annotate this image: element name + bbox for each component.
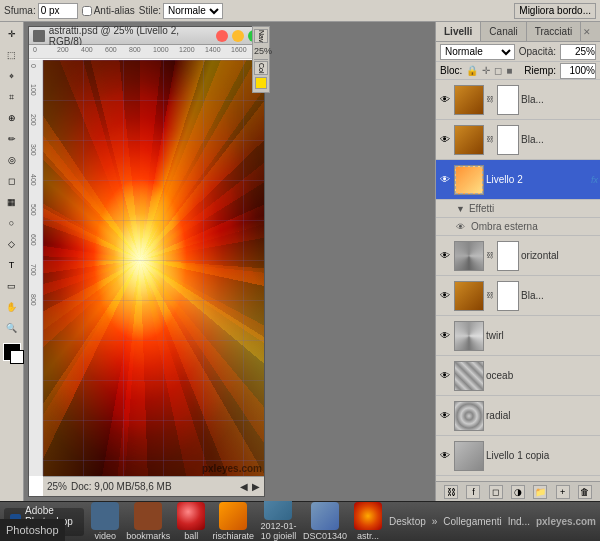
layer-style-button[interactable]: f [466, 485, 480, 499]
layer-info: Bla... [521, 290, 598, 301]
layer-item[interactable]: 👁 radial [436, 396, 600, 436]
anti-alias-group: Anti-alias [82, 5, 135, 16]
layer-name: Bla... [521, 290, 598, 301]
col-button[interactable]: Col [254, 61, 268, 75]
layer-thumbnail [454, 241, 484, 271]
desktop-label[interactable]: Desktop [389, 516, 426, 527]
divider [254, 59, 268, 60]
layer-item[interactable]: 👁 oceab [436, 356, 600, 396]
anti-alias-checkbox[interactable] [82, 6, 92, 16]
layer-link-button[interactable]: ⛓ [444, 485, 458, 499]
layer-info: Livello 1 copia [486, 450, 598, 461]
layer-name: radial [486, 410, 598, 421]
layer-item[interactable]: 👁 ⛓ Bla... [436, 80, 600, 120]
sfuma-input[interactable] [38, 3, 78, 19]
layer-name: orizontal [521, 250, 598, 261]
panel-close-button[interactable]: ✕ [583, 27, 591, 37]
eraser-tool[interactable]: ◻ [2, 171, 22, 191]
layer-info: oceab [486, 370, 598, 381]
gioiell-label: 2012-01-10 gioiell 004 [260, 521, 297, 541]
shape-tool[interactable]: ▭ [2, 276, 22, 296]
layer-info: twirl [486, 330, 598, 341]
clone-tool[interactable]: ◎ [2, 150, 22, 170]
layer-item[interactable]: 👁 ⛓ Bla... [436, 276, 600, 316]
layer-thumbnail [454, 125, 484, 155]
layer-visibility-eye[interactable]: 👁 [438, 133, 452, 147]
gradient-tool[interactable]: ▦ [2, 192, 22, 212]
layer-item[interactable]: 👁 ⛓ orizontal [436, 236, 600, 276]
eye-effect[interactable]: 👁 [456, 222, 465, 232]
stile-select[interactable]: Normale [163, 3, 223, 19]
layers-list: 👁 ⛓ Bla... 👁 ⛓ Bla... [436, 80, 600, 481]
opacity-input[interactable] [560, 44, 596, 60]
layer-visibility-eye[interactable]: 👁 [438, 93, 452, 107]
layer-delete-button[interactable]: 🗑 [578, 485, 592, 499]
layer-visibility-eye[interactable]: 👁 [438, 173, 452, 187]
tab-canali[interactable]: Canali [481, 22, 526, 41]
layer-item[interactable]: 👁 twirl [436, 316, 600, 356]
layer-adjustment-button[interactable]: ◑ [511, 485, 525, 499]
hand-tool[interactable]: ✋ [2, 297, 22, 317]
layer-new-button[interactable]: + [556, 485, 570, 499]
left-tools-panel: ✛ ⬚ ⌖ ⌗ ⊕ ✏ ◎ ◻ ▦ ○ ◇ T ▭ ✋ 🔍 [0, 22, 24, 501]
move-tool[interactable]: ✛ [2, 24, 22, 44]
fill-input[interactable] [560, 63, 596, 79]
nav-button[interactable]: Nav [254, 29, 268, 43]
zoom-tool[interactable]: 🔍 [2, 318, 22, 338]
layer-visibility-eye[interactable]: 👁 [438, 329, 452, 343]
layer-name: Livello 1 copia [486, 450, 598, 461]
blend-mode-select[interactable]: Normale [440, 44, 515, 60]
lock-fill-row: Bloc: 🔒 ✛ ◻ ■ Riemp: [436, 62, 600, 80]
layer-visibility-eye[interactable]: 👁 [438, 289, 452, 303]
canvas-doc-info: Doc: 9,00 MB/58,6 MB [71, 481, 172, 492]
eyedrop-tool[interactable]: ⊕ [2, 108, 22, 128]
layer-item[interactable]: 👁 Livello 1 copia [436, 436, 600, 476]
taskbar-item-bookmarks[interactable]: bookmarks [126, 502, 170, 541]
dodge-tool[interactable]: ○ [2, 213, 22, 233]
canvas-statusbar: 25% Doc: 9,00 MB/58,6 MB ◀ ▶ [43, 476, 264, 496]
taskbar-item-video[interactable]: video [90, 502, 120, 541]
layer-visibility-eye[interactable]: 👁 [438, 369, 452, 383]
canvas-titlebar: astratti.psd @ 25% (Livello 2, RGB/8) [29, 27, 264, 45]
taskbar: Ps Adobe Photoshop C... video bookmarks … [0, 501, 600, 541]
canvas-content[interactable]: pxleyes.com [43, 60, 264, 476]
brush-tool[interactable]: ✏ [2, 129, 22, 149]
canvas-close-button[interactable] [216, 30, 228, 42]
main-area: ✛ ⬚ ⌖ ⌗ ⊕ ✏ ◎ ◻ ▦ ○ ◇ T ▭ ✋ 🔍 astratti.p… [0, 22, 600, 501]
collegamenti-label[interactable]: Collegamenti [443, 516, 501, 527]
ball-label: ball [184, 531, 198, 541]
taskbar-item-ball[interactable]: ball [176, 502, 206, 541]
taskbar-item-astr[interactable]: astr... [353, 502, 383, 541]
pen-tool[interactable]: ◇ [2, 234, 22, 254]
layer-chain-icon: ⛓ [486, 135, 494, 144]
taskbar-item-rischiarate[interactable]: rischiarate [212, 502, 254, 541]
tab-tracciati[interactable]: Tracciati [527, 22, 581, 41]
tab-livelli[interactable]: Livelli [436, 22, 481, 41]
layer-visibility-eye[interactable]: 👁 [438, 449, 452, 463]
color-swatch[interactable] [255, 77, 267, 89]
layer-visibility-eye[interactable]: 👁 [438, 409, 452, 423]
text-tool[interactable]: T [2, 255, 22, 275]
layer-item[interactable]: 👁 ⛓ Bla... [436, 120, 600, 160]
canvas-min-button[interactable] [232, 30, 244, 42]
taskbar-item-dsc[interactable]: DSC01340 [303, 502, 347, 541]
layer-mask-button[interactable]: ◻ [489, 485, 503, 499]
layer-item-active[interactable]: 👁 Livello 2 fx [436, 160, 600, 200]
anti-alias-label: Anti-alias [94, 5, 135, 16]
rischiarate-icon [219, 502, 247, 530]
shadow-label: Ombra esterna [471, 221, 538, 232]
migliora-bordo-button[interactable]: Migliora bordo... [514, 3, 596, 19]
stile-label: Stile: [139, 5, 161, 16]
layer-fx-badge: fx [591, 175, 598, 185]
ind-label[interactable]: Ind... [508, 516, 530, 527]
layer-visibility-eye[interactable]: 👁 [438, 249, 452, 263]
foreground-color[interactable] [3, 343, 21, 361]
nav-zoom: 25% [254, 44, 268, 58]
select-tool[interactable]: ⬚ [2, 45, 22, 65]
layer-thumbnail [454, 85, 484, 115]
blend-opacity-row: Normale Opacità: [436, 42, 600, 62]
layer-group-button[interactable]: 📁 [533, 485, 547, 499]
background-color[interactable] [10, 350, 24, 364]
crop-tool[interactable]: ⌗ [2, 87, 22, 107]
lasso-tool[interactable]: ⌖ [2, 66, 22, 86]
